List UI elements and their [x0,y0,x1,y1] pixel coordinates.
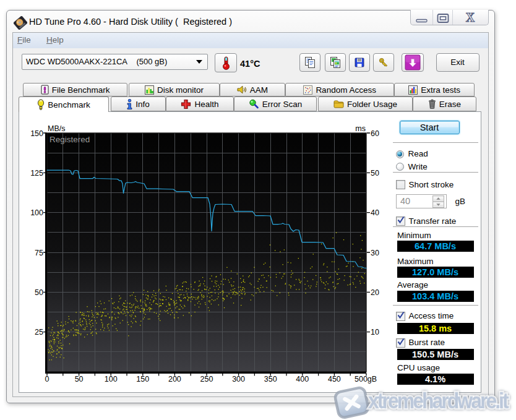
svg-text:ms: ms [355,124,366,133]
svg-text:50: 50 [371,169,379,178]
svg-text:150: 150 [30,129,43,138]
svg-text:xtremehardware.it: xtremehardware.it [368,388,509,413]
svg-text:25: 25 [35,328,43,336]
svg-text:150: 150 [136,375,149,384]
svg-text:10: 10 [371,328,379,336]
svg-text:75: 75 [35,249,43,257]
svg-text:50: 50 [75,375,84,384]
svg-text:400: 400 [296,375,309,384]
svg-text:100: 100 [105,375,118,384]
svg-text:0: 0 [45,375,49,384]
svg-text:Registered: Registered [49,135,90,144]
svg-text:200: 200 [168,375,181,384]
svg-text:300: 300 [232,375,245,384]
svg-text:500gB: 500gB [355,375,377,384]
svg-text:450: 450 [328,375,341,384]
svg-text:20: 20 [371,288,379,297]
svg-text:50: 50 [35,288,43,297]
svg-text:60: 60 [371,129,379,138]
svg-text:30: 30 [371,249,379,257]
svg-text:X: X [466,11,475,24]
svg-text:250: 250 [200,375,213,384]
svg-text:MB/s: MB/s [48,124,65,133]
svg-text:350: 350 [264,375,277,384]
svg-text:40: 40 [371,208,379,217]
svg-text:100: 100 [30,208,43,217]
svg-text:125: 125 [30,169,43,178]
